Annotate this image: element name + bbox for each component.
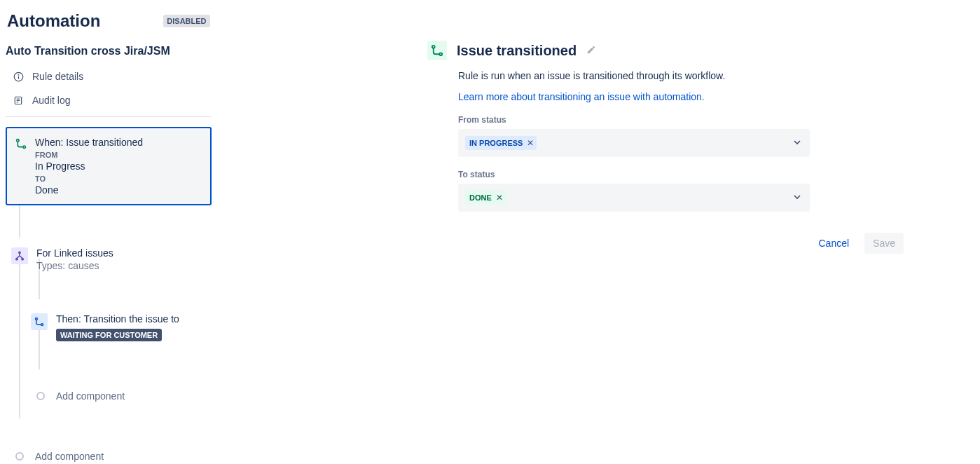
branch-title: For Linked issues: [36, 247, 113, 259]
transition-icon: [14, 137, 28, 151]
remove-chip-icon[interactable]: ✕: [496, 193, 503, 203]
nav-audit-log-label: Audit log: [32, 95, 70, 106]
connector-line: [19, 259, 20, 418]
connector-line: [19, 203, 20, 238]
chevron-down-icon[interactable]: [792, 191, 803, 205]
to-status-label: To status: [458, 170, 904, 179]
chevron-down-icon[interactable]: [792, 137, 803, 150]
trigger-from-label: FROM: [35, 151, 202, 159]
status-chip-waiting: WAITING FOR CUSTOMER: [56, 329, 162, 341]
add-circle-icon: [15, 452, 24, 460]
add-circle-icon: [36, 392, 45, 400]
from-status-chip-text: IN PROGRESS: [469, 139, 523, 147]
branch-subtitle: Types: causes: [36, 260, 113, 271]
pencil-icon[interactable]: [586, 45, 596, 57]
rule-name: Auto Transition cross Jira/JSM: [6, 36, 212, 64]
svg-point-14: [432, 46, 435, 48]
panel-transition-icon: [427, 41, 447, 60]
panel-title: Issue transitioned: [457, 43, 577, 59]
add-component-outer-label: Add component: [35, 451, 104, 462]
from-status-select[interactable]: IN PROGRESS ✕: [458, 129, 810, 157]
action-title: Then: Transition the issue to: [56, 313, 179, 325]
log-icon: [13, 95, 24, 106]
nav-rule-details-label: Rule details: [32, 71, 83, 82]
svg-point-10: [16, 259, 18, 260]
cancel-button[interactable]: Cancel: [810, 233, 857, 254]
add-component-inner[interactable]: Add component: [36, 390, 212, 402]
svg-point-7: [17, 139, 19, 142]
svg-point-11: [22, 259, 23, 260]
trigger-to-value: Done: [35, 184, 202, 196]
to-status-chip: DONE ✕: [465, 191, 506, 205]
info-icon: [13, 71, 24, 82]
nav-audit-log[interactable]: Audit log: [6, 88, 212, 112]
page-title: Automation: [7, 11, 100, 31]
to-status-chip-text: DONE: [469, 193, 492, 202]
to-status-select[interactable]: DONE ✕: [458, 184, 810, 212]
add-component-outer[interactable]: Add component: [15, 451, 212, 462]
svg-point-9: [19, 252, 20, 253]
status-badge-disabled: DISABLED: [163, 15, 209, 27]
trigger-from-value: In Progress: [35, 161, 202, 172]
panel-description: Rule is run when an issue is transitione…: [458, 70, 904, 81]
from-status-chip: IN PROGRESS ✕: [465, 136, 537, 150]
svg-point-15: [439, 53, 442, 55]
nav-rule-details[interactable]: Rule details: [6, 64, 212, 88]
action-card[interactable]: Then: Transition the issue to WAITING FO…: [31, 313, 212, 341]
svg-point-13: [41, 324, 43, 326]
svg-point-12: [35, 318, 37, 320]
trigger-title: When: Issue transitioned: [35, 137, 202, 148]
branch-icon: [11, 247, 28, 264]
trigger-to-label: TO: [35, 175, 202, 183]
divider: [6, 116, 212, 117]
from-status-label: From status: [458, 115, 904, 125]
remove-chip-icon[interactable]: ✕: [527, 138, 534, 148]
branch-card[interactable]: For Linked issues Types: causes: [11, 247, 212, 271]
add-component-inner-label: Add component: [56, 390, 125, 402]
transition-action-icon: [31, 313, 48, 330]
trigger-card[interactable]: When: Issue transitioned FROM In Progres…: [6, 127, 212, 205]
svg-point-8: [23, 146, 25, 148]
save-button[interactable]: Save: [864, 233, 904, 254]
svg-point-2: [18, 74, 19, 75]
learn-more-link[interactable]: Learn more about transitioning an issue …: [458, 91, 904, 102]
